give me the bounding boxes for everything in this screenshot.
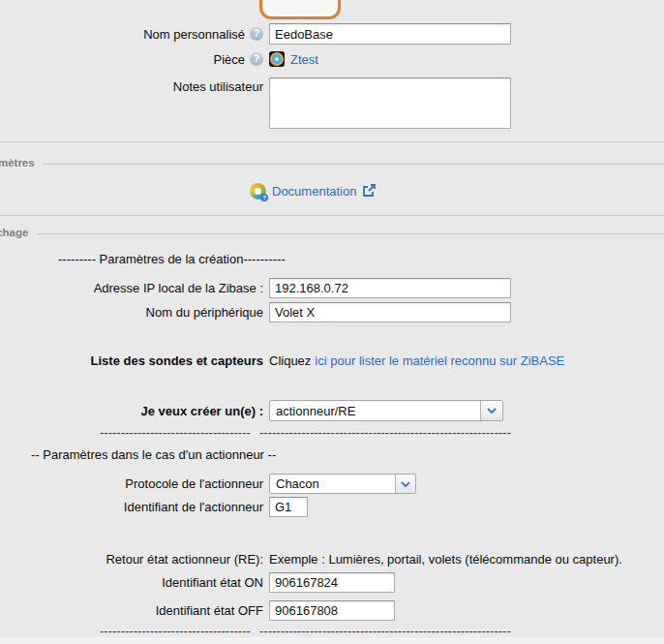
device-name-label: Nom du périphérique <box>146 305 263 320</box>
zibase-ip-label: Adresse IP local de la Zibase : <box>94 281 263 295</box>
zibase-ip-input[interactable] <box>269 278 511 298</box>
chevron-down-icon <box>480 401 502 420</box>
state-off-id-input[interactable] <box>269 600 395 621</box>
creation-parameters-header: --------- Paramètres de la création-----… <box>58 252 286 266</box>
divider <box>0 141 664 142</box>
sensors-list-prefix: Cliquez <box>269 353 311 368</box>
help-icon[interactable] <box>250 52 263 66</box>
actuator-id-input[interactable] <box>269 497 308 517</box>
create-type-selected-value: actionneur/RE <box>270 404 480 418</box>
custom-name-input[interactable] <box>269 23 511 45</box>
top-partial-button[interactable] <box>259 0 341 19</box>
actuator-protocol-label: Protocole de l'actionneur <box>125 476 263 491</box>
device-name-input[interactable] <box>269 302 511 322</box>
display-section-legend: Affichage <box>0 227 28 238</box>
room-label: Pièce <box>213 52 245 67</box>
state-off-id-label: Identifiant état OFF <box>156 603 263 618</box>
zibase-config-page: Nom personnalisé Pièce Ztest Notes utili… <box>0 0 664 644</box>
actuator-id-label: Identifiant de l'actionneur <box>124 500 263 514</box>
divider <box>0 215 664 216</box>
help-icon[interactable] <box>250 27 263 41</box>
legend-line <box>43 164 664 165</box>
create-type-select[interactable]: actionneur/RE <box>269 400 503 421</box>
room-link[interactable]: Ztest <box>290 52 318 67</box>
create-type-label: Je veux créer un(e) : <box>141 404 263 418</box>
actuator-protocol-selected-value: Chacon <box>270 476 395 491</box>
state-on-id-label: Identifiant état ON <box>162 575 263 590</box>
documentation-label: Documentation <box>272 184 356 199</box>
chevron-down-icon <box>395 475 415 493</box>
custom-name-label: Nom personnalisé <box>143 27 245 42</box>
room-object-icon <box>269 51 285 67</box>
actuator-parameters-header: -- Paramètres dans le cas d'un actionneu… <box>31 447 276 462</box>
state-feedback-hint: Exemple : Lumières, portail, volets (tél… <box>269 552 622 567</box>
external-link-icon <box>362 184 377 198</box>
user-notes-label: Notes utilisateur <box>173 79 263 94</box>
dashed-divider: ----------------------------------------… <box>0 425 664 441</box>
documentation-link[interactable]: Documentation <box>250 183 377 199</box>
sensors-list-label: Liste des sondes et capteurs <box>91 353 263 368</box>
plugin-help-icon <box>250 183 266 199</box>
state-on-id-input[interactable] <box>269 572 395 593</box>
parameters-section-legend: Paramètres <box>0 157 35 169</box>
state-feedback-label: Retour état actionneur (RE): <box>106 552 263 567</box>
user-notes-textarea[interactable] <box>269 77 511 129</box>
section-end-strip <box>0 637 664 644</box>
list-hardware-link[interactable]: ici pour lister le matériel reconnu sur … <box>315 353 564 368</box>
legend-line <box>37 233 664 234</box>
actuator-protocol-select[interactable]: Chacon <box>269 474 416 494</box>
